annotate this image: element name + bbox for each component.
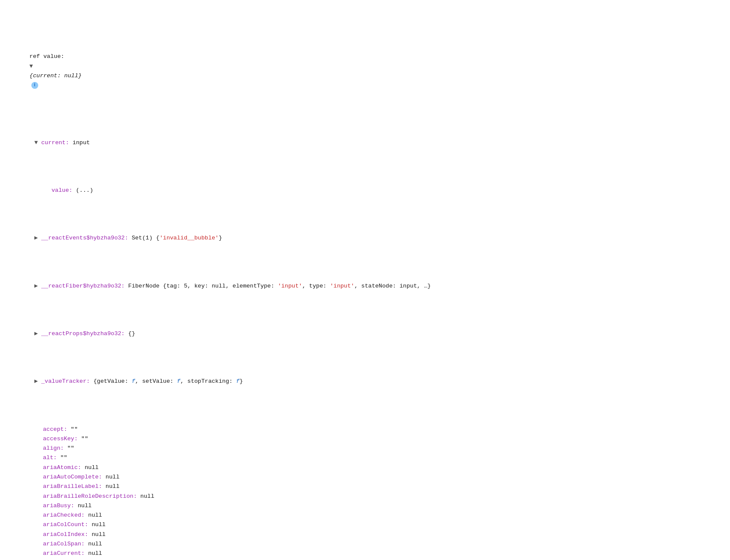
prop-key: ariaColIndex:: [43, 530, 88, 539]
prop-value: "": [67, 425, 78, 434]
prop-key: ariaAutoComplete:: [43, 472, 102, 482]
devtools-inspector: ref value: ▼ {current: null} i ▼ current…: [9, 4, 721, 560]
prop-value: "": [57, 453, 67, 463]
react-props-line: ▶ __reactProps$hybzha9o32: {}: [9, 329, 721, 339]
prop-line: ariaAtomic: null: [9, 463, 721, 472]
prop-value: null: [74, 501, 92, 511]
root-line: ref value: ▼ {current: null} i: [9, 42, 721, 100]
prop-value: null: [81, 463, 99, 472]
react-fiber-val1: FiberNode {tag: 5, key: null, elementTyp…: [125, 282, 277, 291]
prop-key: alt:: [43, 453, 57, 463]
value-key: value:: [52, 186, 73, 195]
react-fiber-et: 'input': [278, 282, 302, 291]
prop-key: align:: [43, 444, 64, 453]
prop-line: accept: "": [9, 425, 721, 434]
prop-line: ariaBusy: null: [9, 501, 721, 511]
root-toggle[interactable]: ▼: [30, 62, 36, 71]
prop-value: null: [85, 511, 102, 520]
prop-line: ariaBrailleLabel: null: [9, 482, 721, 491]
react-events-val1: Set(1) {: [128, 233, 160, 243]
prop-key: ariaColCount:: [43, 520, 88, 530]
react-fiber-val3: , stateNode: input, …}: [354, 282, 431, 291]
prop-value: null: [85, 539, 102, 549]
prop-key: accessKey:: [43, 434, 78, 444]
prop-line: accessKey: "": [9, 434, 721, 444]
prop-value: null: [88, 530, 106, 539]
prop-value: null: [99, 558, 116, 560]
prop-line: ariaAutoComplete: null: [9, 472, 721, 482]
value-tracker-f3: f: [236, 377, 240, 386]
value-tracker-toggle[interactable]: ▶: [34, 377, 41, 386]
react-events-string: 'invalid__bubble': [159, 233, 219, 243]
prop-line: ariaCurrent: null: [9, 549, 721, 558]
prop-key: ariaColSpan:: [43, 539, 85, 549]
prop-line: ariaDescription: null: [9, 558, 721, 560]
prop-value: "": [64, 444, 74, 453]
prop-value: null: [85, 549, 102, 558]
react-fiber-val2: , type:: [302, 282, 330, 291]
prop-line: ariaColIndex: null: [9, 530, 721, 539]
prop-line: alt: "": [9, 453, 721, 463]
prop-key: ariaBrailleLabel:: [43, 482, 102, 491]
prop-key: ariaAtomic:: [43, 463, 81, 472]
value-tracker-v2: , setValue:: [135, 377, 177, 386]
prop-key: ariaChecked:: [43, 511, 85, 520]
prop-line: align: "": [9, 444, 721, 453]
prop-key: ariaBrailleRoleDescription:: [43, 492, 137, 501]
value-line: value: (...): [9, 186, 721, 195]
prop-value: null: [102, 472, 120, 482]
prop-key: ariaCurrent:: [43, 549, 85, 558]
current-value: input: [69, 138, 90, 148]
value-tracker-f1: f: [132, 377, 135, 386]
react-fiber-toggle[interactable]: ▶: [34, 282, 41, 291]
react-events-val2: }: [219, 233, 222, 243]
current-line: ▼ current: input: [9, 138, 721, 148]
value-tracker-v3: , stopTracking:: [180, 377, 236, 386]
react-fiber-line: ▶ __reactFiber$hybzha9o32: FiberNode {ta…: [9, 282, 721, 291]
prop-key: accept:: [43, 425, 67, 434]
value-tracker-v4: }: [240, 377, 243, 386]
react-events-toggle[interactable]: ▶: [34, 233, 41, 243]
value-tracker-f2: f: [177, 377, 180, 386]
info-badge[interactable]: i: [31, 82, 38, 89]
react-events-key: __reactEvents$hybzha9o32:: [41, 233, 128, 243]
prop-line: ariaColSpan: null: [9, 539, 721, 549]
prop-line: ariaColCount: null: [9, 520, 721, 530]
root-value: {current: null}: [30, 73, 82, 79]
value-tracker-key: _valueTracker:: [41, 377, 90, 386]
value-val: (...): [73, 186, 94, 195]
ref-label: ref value:: [30, 53, 71, 60]
prop-line: ariaBrailleRoleDescription: null: [9, 492, 721, 501]
prop-value: null: [102, 482, 120, 491]
react-fiber-key: __reactFiber$hybzha9o32:: [41, 282, 125, 291]
simple-props-container: accept: ""accessKey: ""align: ""alt: ""a…: [9, 425, 721, 560]
value-tracker-line: ▶ _valueTracker: {getValue: f, setValue:…: [9, 377, 721, 386]
prop-value: "": [78, 434, 88, 444]
react-props-key: __reactProps$hybzha9o32:: [41, 329, 125, 339]
prop-key: ariaDescription:: [43, 558, 99, 560]
current-toggle[interactable]: ▼: [34, 138, 41, 148]
value-tracker-v1: {getValue:: [90, 377, 131, 386]
root-prefix: ref value: ▼ {current: null} i: [9, 42, 82, 100]
prop-line: ariaChecked: null: [9, 511, 721, 520]
prop-value: null: [137, 492, 155, 501]
react-props-val: {}: [125, 329, 135, 339]
prop-key: ariaBusy:: [43, 501, 74, 511]
prop-value: null: [88, 520, 106, 530]
react-fiber-type: 'input': [330, 282, 354, 291]
react-props-toggle[interactable]: ▶: [34, 329, 41, 339]
react-events-line: ▶ __reactEvents$hybzha9o32: Set(1) {'inv…: [9, 233, 721, 243]
current-key: current:: [41, 138, 69, 148]
